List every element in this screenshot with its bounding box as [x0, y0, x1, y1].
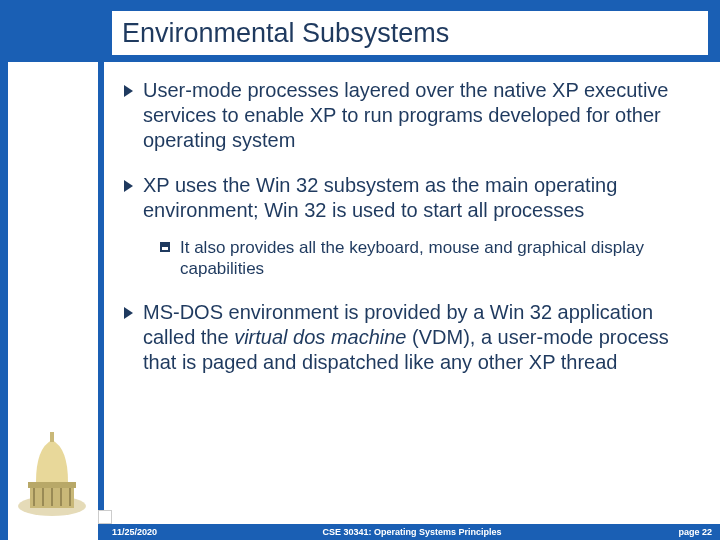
- corner-square: [98, 510, 112, 524]
- bullet-3-italic: virtual dos machine: [234, 326, 406, 348]
- bullet-2-sub-text: It also provides all the keyboard, mouse…: [180, 237, 694, 280]
- svg-rect-3: [50, 432, 54, 442]
- bullet-2-sub: It also provides all the keyboard, mouse…: [160, 237, 694, 280]
- arrow-icon: [124, 180, 133, 192]
- footer-course: CSE 30341: Operating Systems Principles: [322, 527, 501, 537]
- arrow-icon: [124, 307, 133, 319]
- bullet-2: XP uses the Win 32 subsystem as the main…: [124, 173, 694, 223]
- bullet-2-text: XP uses the Win 32 subsystem as the main…: [143, 173, 694, 223]
- dome-logo: [16, 428, 88, 518]
- bullet-3-text: MS-DOS environment is provided by a Win …: [143, 300, 694, 375]
- content-area: User-mode processes layered over the nat…: [124, 78, 694, 395]
- svg-rect-2: [28, 482, 76, 488]
- bullet-3: MS-DOS environment is provided by a Win …: [124, 300, 694, 375]
- footer-date: 11/25/2020: [112, 527, 157, 537]
- slide-title: Environmental Subsystems: [122, 18, 449, 49]
- arrow-icon: [124, 85, 133, 97]
- footer-bar: 11/25/2020 CSE 30341: Operating Systems …: [104, 524, 720, 540]
- footer-page: page 22: [678, 527, 712, 537]
- title-box: Environmental Subsystems: [112, 11, 708, 55]
- square-icon: [160, 242, 170, 252]
- bullet-1-text: User-mode processes layered over the nat…: [143, 78, 694, 153]
- bullet-1: User-mode processes layered over the nat…: [124, 78, 694, 153]
